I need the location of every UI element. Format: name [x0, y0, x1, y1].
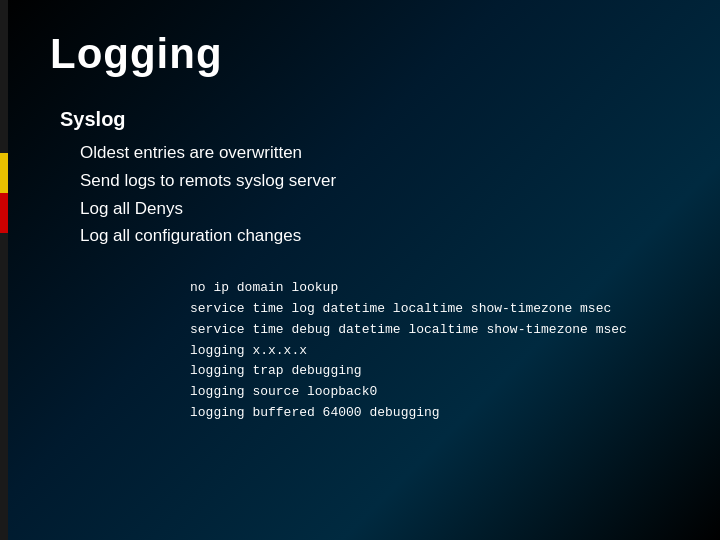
- accent-dark-top: [0, 0, 8, 153]
- section-title: Syslog: [60, 108, 680, 131]
- bullet-item: Log all configuration changes: [80, 224, 680, 248]
- accent-red: [0, 193, 8, 233]
- page-title: Logging: [50, 30, 680, 78]
- accent-dark-bottom: [0, 233, 8, 540]
- bullet-item: Log all Denys: [80, 197, 680, 221]
- left-accent-bar: [0, 0, 8, 540]
- bullet-item: Oldest entries are overwritten: [80, 141, 680, 165]
- code-block: no ip domain lookup service time log dat…: [190, 278, 680, 424]
- bullet-item: Send logs to remots syslog server: [80, 169, 680, 193]
- bullet-list: Oldest entries are overwrittenSend logs …: [80, 141, 680, 248]
- accent-yellow: [0, 153, 8, 193]
- main-content: Logging Syslog Oldest entries are overwr…: [10, 0, 720, 540]
